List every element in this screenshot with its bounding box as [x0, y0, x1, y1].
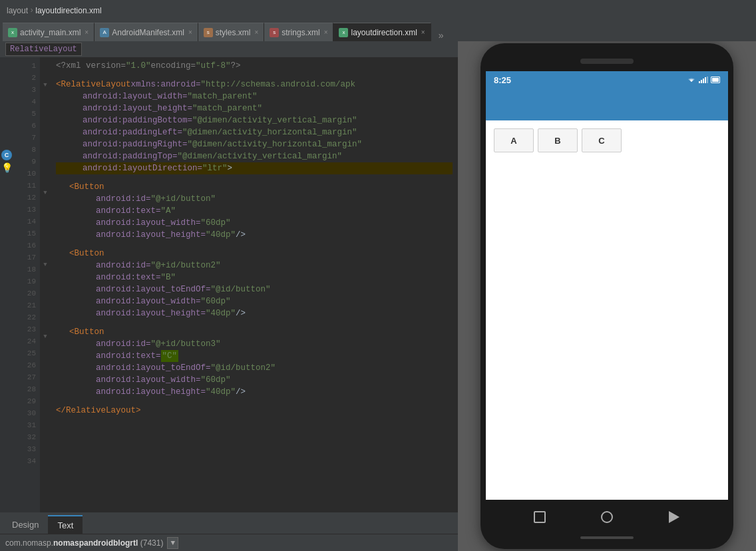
code-editor[interactable]: C 💡 1 2 3 4 5 6 7 8 9 10 11 12 [0, 57, 458, 512]
breadcrumb-file: layoutdirection.xml [35, 6, 101, 15]
code-line-1: <?xml version="1.0" encoding="utf-8"?> [56, 60, 453, 72]
tab-styles[interactable]: s styles.xml × [198, 23, 265, 41]
svg-rect-3 [705, 77, 706, 83]
nav-square-icon [534, 511, 546, 523]
editor-left-margin: C 💡 [0, 57, 13, 512]
svg-rect-1 [701, 80, 702, 83]
tab-strings[interactable]: s strings.xml × [264, 23, 333, 41]
phone-speaker [580, 59, 634, 64]
nav-home-button[interactable] [598, 508, 616, 526]
tab-close-activity[interactable]: × [85, 29, 89, 36]
tab-close-strings[interactable]: × [324, 29, 328, 36]
code-line-32: </RelativeLayout> [56, 405, 453, 417]
tab-icon-activity: x [8, 28, 17, 37]
collapse-gutter: ▼ ▼ ▼ ▼ [40, 57, 51, 512]
tab-icon-styles: s [204, 28, 213, 37]
android-button-c[interactable]: C [582, 128, 622, 152]
code-line-2 [56, 72, 453, 79]
tab-icon-manifest: A [100, 28, 109, 37]
tab-close-manifest[interactable]: × [188, 29, 192, 36]
code-line-31 [56, 398, 453, 405]
tab-icon-strings: s [270, 28, 279, 37]
tab-icon-layoutdirection: x [339, 28, 348, 37]
code-line-17 [56, 241, 453, 248]
code-line-3: <RelativeLayout xmlns:android="http://sc… [56, 79, 453, 91]
bulb-icon: 💡 [1, 162, 13, 174]
code-line-22: android:layout_width="60dp" [56, 295, 453, 307]
collapse-arrow-3[interactable]: ▼ [41, 261, 49, 269]
signal-icon [699, 77, 708, 83]
editor-breadcrumb: RelativeLayout [0, 41, 458, 57]
android-button-a[interactable]: A [494, 128, 534, 152]
phone-time: 8:25 [494, 75, 511, 85]
line-numbers: 1 2 3 4 5 6 7 8 9 10 11 12 13 14 15 16 1 [13, 57, 40, 512]
status-package: com.nomasp.nomaspandroidblogrtl (7431) [5, 538, 163, 548]
code-line-10: android:layoutDirection="ltr"> [56, 162, 453, 174]
nav-recent-button[interactable] [665, 508, 683, 526]
collapse-arrow-4[interactable]: ▼ [41, 333, 49, 341]
code-line-24 [56, 319, 453, 326]
status-dropdown[interactable]: ▼ [167, 537, 178, 549]
svg-rect-2 [703, 79, 704, 83]
phone-device: 8:25 [480, 43, 733, 549]
code-line-11 [56, 174, 453, 181]
editor-tag-label: RelativeLayout [5, 43, 82, 56]
tab-activity-main[interactable]: x activity_main.xml × [3, 23, 94, 41]
code-line-12: <Button [56, 181, 453, 193]
code-line-4: android:layout_width="match_parent" [56, 91, 453, 102]
more-tabs-button[interactable]: » [431, 31, 451, 41]
status-package-bold: nomaspandroidblogrtl [53, 538, 138, 548]
code-line-16: android:layout_height="40dp" /> [56, 229, 453, 241]
nav-back-button[interactable] [530, 508, 549, 526]
phone-screen: 8:25 [486, 71, 728, 500]
phone-nav-bar [486, 500, 728, 534]
code-line-27: android:text="C" [56, 350, 453, 362]
code-content[interactable]: <?xml version="1.0" encoding="utf-8"?> <… [51, 57, 458, 512]
code-line-21: android:layout_toEndOf="@id/button" [56, 283, 453, 295]
nav-triangle-icon [669, 511, 679, 523]
tabs-bar: layout › layoutdirection.xml [0, 0, 756, 21]
home-indicator [580, 536, 634, 539]
tab-layoutdirection[interactable]: x layoutdirection.xml × [333, 23, 431, 41]
code-line-6: android:paddingBottom="@dimen/activity_v… [56, 114, 453, 126]
phone-top-bar [486, 51, 728, 71]
code-line-25: <Button [56, 326, 453, 338]
svg-rect-4 [707, 77, 708, 83]
tab-manifest[interactable]: A AndroidManifest.xml × [94, 23, 198, 41]
phone-bottom-edge [486, 534, 728, 541]
code-line-14: android:text="A" [56, 205, 453, 217]
code-line-19: android:id="@+id/button2" [56, 260, 453, 272]
code-line-28: android:layout_toEndOf="@id/button2" [56, 362, 453, 374]
code-line-18: <Button [56, 248, 453, 260]
phone-preview-area: 8:25 [458, 41, 756, 551]
code-line-23: android:layout_height="40dp" /> [56, 307, 453, 319]
code-line-26: android:id="@+id/button3" [56, 338, 453, 350]
editor-bottom-tabs: Design Text [0, 512, 458, 534]
android-button-b[interactable]: B [538, 128, 578, 152]
code-line-7: android:paddingLeft="@dimen/activity_hor… [56, 126, 453, 138]
tab-design[interactable]: Design [3, 515, 48, 534]
battery-icon [711, 77, 720, 83]
phone-status-icons [687, 77, 720, 83]
file-tabs-row: x activity_main.xml × A AndroidManifest.… [0, 21, 756, 41]
nav-circle-icon [601, 511, 613, 523]
code-line-15: android:layout_width="60dp" [56, 217, 453, 229]
code-line-9: android:paddingTop="@dimen/activity_vert… [56, 150, 453, 162]
wifi-icon [687, 77, 696, 83]
info-icon: C [1, 150, 12, 160]
status-bar: com.nomasp.nomaspandroidblogrtl (7431) ▼ [0, 534, 458, 551]
tab-close-styles[interactable]: × [254, 29, 258, 36]
collapse-arrow-2[interactable]: ▼ [41, 189, 49, 197]
tab-text[interactable]: Text [48, 515, 83, 534]
code-line-30: android:layout_height="40dp" /> [56, 386, 453, 398]
code-line-13: android:id="@+id/button" [56, 193, 453, 205]
collapse-arrow-1[interactable]: ▼ [41, 81, 49, 89]
tab-close-layoutdirection[interactable]: × [421, 29, 425, 36]
phone-status-bar: 8:25 [486, 71, 728, 89]
phone-content: A B C [486, 120, 728, 500]
breadcrumb-layout: layout [7, 6, 28, 15]
svg-rect-0 [699, 81, 700, 83]
code-line-29: android:layout_width="60dp" [56, 374, 453, 386]
android-buttons-row: A B C [494, 128, 720, 152]
code-line-8: android:paddingRight="@dimen/activity_ho… [56, 138, 453, 150]
